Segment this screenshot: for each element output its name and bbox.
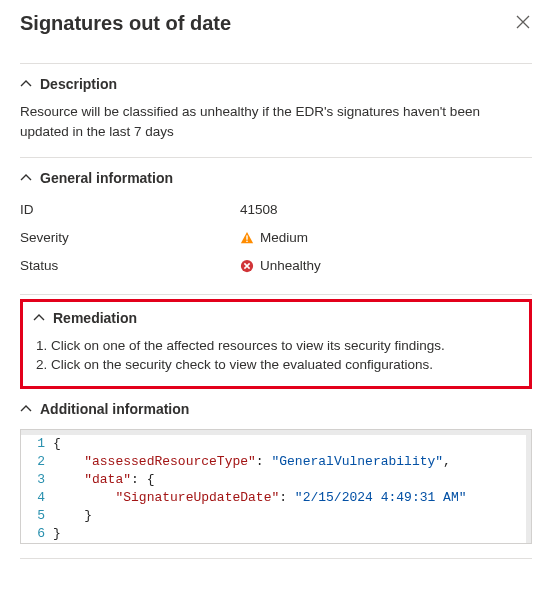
code-line: 6} <box>21 525 526 543</box>
line-number: 5 <box>21 507 53 525</box>
remediation-highlight: Remediation Click on one of the affected… <box>20 299 532 389</box>
close-icon <box>516 15 530 29</box>
remediation-step-2: Click on the security check to view the … <box>51 355 519 374</box>
json-code-box: 1{ 2 "assessedResourceType": "GeneralVul… <box>20 429 532 544</box>
value-id: 41508 <box>240 200 278 220</box>
code-line: 3 "data": { <box>21 471 526 489</box>
section-general-title: General information <box>40 170 173 186</box>
code-text: } <box>53 507 526 525</box>
close-button[interactable] <box>514 12 532 34</box>
code-line: 4 "SignatureUpdateDate": "2/15/2024 4:49… <box>21 489 526 507</box>
section-general-body: ID 41508 Severity Medium Status Unhealth… <box>20 192 532 281</box>
details-panel: Signatures out of date Description Resou… <box>0 0 552 579</box>
section-remediation-wrapper: Remediation Click on one of the affected… <box>20 299 532 389</box>
line-number: 4 <box>21 489 53 507</box>
code-text: "data": { <box>53 471 526 489</box>
panel-title: Signatures out of date <box>20 12 231 35</box>
json-string: "GeneralVulnerability" <box>271 454 443 469</box>
code-text: "SignatureUpdateDate": "2/15/2024 4:49:3… <box>53 489 526 507</box>
row-status: Status Unhealthy <box>20 252 532 280</box>
svg-rect-1 <box>246 241 247 242</box>
json-key: "assessedResourceType" <box>84 454 256 469</box>
section-additional-header[interactable]: Additional information <box>20 399 532 423</box>
value-status: Unhealthy <box>260 256 321 276</box>
section-description-title: Description <box>40 76 117 92</box>
code-text: } <box>53 525 526 543</box>
svg-rect-0 <box>246 235 247 239</box>
section-remediation-title: Remediation <box>53 310 137 326</box>
json-key: "data" <box>84 472 131 487</box>
code-text: "assessedResourceType": "GeneralVulnerab… <box>53 453 526 471</box>
line-number: 6 <box>21 525 53 543</box>
section-additional-title: Additional information <box>40 401 189 417</box>
section-general: General information ID 41508 Severity Me… <box>20 158 532 296</box>
section-description-body: Resource will be classified as unhealthy… <box>20 98 532 143</box>
label-id: ID <box>20 200 240 220</box>
warning-icon <box>240 231 254 245</box>
code-line: 5 } <box>21 507 526 525</box>
value-status-wrap: Unhealthy <box>240 256 321 276</box>
code-line: 1{ <box>21 435 526 453</box>
chevron-up-icon <box>20 403 32 415</box>
value-severity: Medium <box>260 228 308 248</box>
chevron-up-icon <box>33 312 45 324</box>
label-severity: Severity <box>20 228 240 248</box>
remediation-step-1: Click on one of the affected resources t… <box>51 336 519 355</box>
remediation-steps: Click on one of the affected resources t… <box>33 336 519 374</box>
chevron-up-icon <box>20 172 32 184</box>
section-additional: Additional information 1{ 2 "assessedRes… <box>20 389 532 559</box>
row-id: ID 41508 <box>20 196 532 224</box>
line-number: 3 <box>21 471 53 489</box>
line-number: 2 <box>21 453 53 471</box>
label-status: Status <box>20 256 240 276</box>
section-remediation-header[interactable]: Remediation <box>33 310 519 332</box>
code-line: 2 "assessedResourceType": "GeneralVulner… <box>21 453 526 471</box>
json-code-scroll[interactable]: 1{ 2 "assessedResourceType": "GeneralVul… <box>21 430 531 543</box>
chevron-up-icon <box>20 78 32 90</box>
code-text: { <box>53 435 526 453</box>
section-description-header[interactable]: Description <box>20 74 532 98</box>
section-description: Description Resource will be classified … <box>20 64 532 158</box>
error-icon <box>240 259 254 273</box>
section-general-header[interactable]: General information <box>20 168 532 192</box>
json-string: "2/15/2024 4:49:31 AM" <box>295 490 467 505</box>
panel-header: Signatures out of date <box>20 12 532 64</box>
json-key: "SignatureUpdateDate" <box>115 490 279 505</box>
line-number: 1 <box>21 435 53 453</box>
value-severity-wrap: Medium <box>240 228 308 248</box>
row-severity: Severity Medium <box>20 224 532 252</box>
